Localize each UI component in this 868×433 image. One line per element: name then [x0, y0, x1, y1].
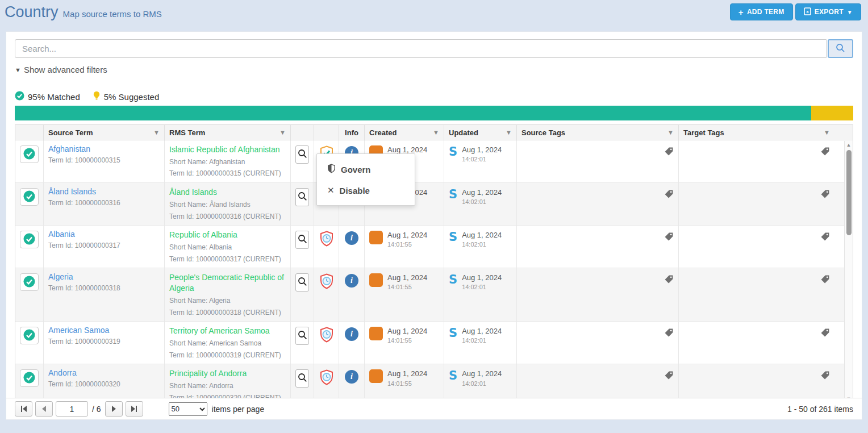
column-menu-chevron-icon[interactable]: ▼	[153, 129, 160, 136]
last-page-button[interactable]	[126, 401, 143, 417]
rms-term-link[interactable]: People's Democratic Republic of Algeria	[169, 272, 286, 294]
magnifier-icon	[298, 330, 307, 342]
rms-term-link[interactable]: Islamic Republic of Afghanistan	[169, 144, 286, 155]
check-circle-icon	[23, 148, 35, 161]
rms-term-link[interactable]: Åland Islands	[169, 187, 286, 198]
created-time: 14:01:55	[387, 241, 427, 249]
preview-button[interactable]	[295, 145, 309, 164]
column-header-ttags[interactable]: Target Tags▼	[679, 125, 834, 140]
updated-date: Aug 1, 2024	[462, 145, 502, 155]
source-term-id: Term Id: 100000000317	[48, 242, 160, 251]
target-tags-icon[interactable]	[820, 189, 830, 221]
column-header-stags[interactable]: Source Tags▼	[517, 125, 679, 140]
source-term-id: Term Id: 100000000315	[48, 156, 160, 165]
created-source-icon	[369, 369, 383, 383]
preview-button[interactable]	[295, 231, 309, 249]
source-term-link[interactable]: American Samoa	[48, 326, 109, 335]
column-header-source[interactable]: Source Term▼	[44, 125, 165, 140]
rms-term-link[interactable]: Principality of Andorra	[169, 368, 286, 379]
table-header-row: Source Term▼RMS Term▼InfoCreated▼Updated…	[15, 125, 853, 140]
target-tags-icon[interactable]	[820, 328, 830, 360]
target-tags-icon[interactable]	[820, 147, 830, 178]
row-select-button[interactable]	[20, 369, 39, 387]
created-time: 14:01:55	[387, 380, 427, 388]
match-progress-bar	[15, 106, 853, 120]
source-tags-icon[interactable]	[664, 147, 674, 178]
column-menu-chevron-icon[interactable]: ▼	[506, 129, 512, 136]
preview-button[interactable]	[295, 369, 309, 388]
column-menu-chevron-icon[interactable]: ▼	[279, 129, 286, 136]
page-title: Country	[5, 3, 59, 21]
target-tags-icon[interactable]	[820, 232, 830, 264]
row-select-button[interactable]	[20, 145, 39, 163]
scroll-up-icon[interactable]: ▲	[846, 141, 852, 149]
info-icon[interactable]: i	[345, 327, 358, 341]
preview-button[interactable]	[295, 327, 309, 345]
info-icon[interactable]: i	[345, 231, 358, 245]
column-label: Target Tags	[683, 128, 724, 137]
add-term-button[interactable]: + ADD TERM	[730, 3, 793, 20]
column-menu-chevron-icon[interactable]: ▼	[433, 129, 439, 136]
source-term-link[interactable]: Algeria	[48, 272, 73, 281]
column-header-info: Info	[339, 125, 365, 140]
table-row: Afghanistan Term Id: 100000000315 Islami…	[15, 140, 853, 183]
scrollbar-thumb[interactable]	[846, 150, 852, 235]
governance-shield-icon[interactable]	[319, 231, 334, 264]
show-advanced-filters-toggle[interactable]: ▼ Show advanced filters	[15, 65, 107, 74]
source-term-link[interactable]: Afghanistan	[48, 144, 90, 153]
search-input[interactable]	[15, 39, 827, 58]
governance-shield-icon[interactable]	[319, 273, 334, 317]
previous-page-button[interactable]	[35, 401, 53, 417]
check-circle-icon	[23, 233, 35, 247]
source-term-link[interactable]: Albania	[48, 230, 75, 239]
rms-term-link[interactable]: Territory of American Samoa	[169, 326, 286, 336]
rms-term-link[interactable]: Republic of Albania	[169, 230, 286, 240]
column-label: Info	[345, 128, 358, 137]
source-tags-icon[interactable]	[664, 274, 674, 317]
source-term-id: Term Id: 100000000320	[48, 380, 160, 389]
check-circle-icon	[23, 190, 35, 204]
page-number-input[interactable]	[56, 401, 88, 417]
updated-time: 14:02:01	[462, 156, 502, 164]
context-menu-item-govern[interactable]: Govern	[317, 159, 415, 180]
column-menu-chevron-icon[interactable]: ▼	[824, 129, 830, 136]
check-circle-icon	[23, 276, 35, 289]
export-button[interactable]: x EXPORT ▼	[795, 3, 861, 20]
created-source-icon	[369, 231, 383, 244]
row-select-button[interactable]	[20, 273, 39, 291]
source-term-link[interactable]: Åland Islands	[48, 187, 96, 196]
vertical-scrollbar[interactable]: ▲ ▼	[844, 141, 853, 403]
target-tags-icon[interactable]	[820, 274, 830, 317]
info-icon[interactable]: i	[345, 370, 358, 384]
column-menu-chevron-icon[interactable]: ▼	[667, 129, 674, 136]
table-body: Afghanistan Term Id: 100000000315 Islami…	[15, 140, 853, 403]
source-tags-icon[interactable]	[664, 232, 674, 264]
column-header-select	[15, 125, 44, 140]
info-icon[interactable]: i	[345, 274, 358, 288]
svg-text:x: x	[806, 9, 809, 14]
row-select-button[interactable]	[20, 231, 39, 248]
row-select-button[interactable]	[20, 327, 39, 344]
row-select-button[interactable]	[20, 188, 39, 206]
column-header-created[interactable]: Created▼	[365, 125, 444, 140]
governance-shield-icon[interactable]	[319, 327, 334, 360]
source-tags-icon[interactable]	[664, 189, 674, 221]
rms-short-name: Short Name: Andorra	[169, 382, 286, 391]
created-source-icon	[369, 273, 383, 287]
context-menu-item-disable[interactable]: ✕Disable	[317, 180, 415, 201]
next-page-button[interactable]	[105, 401, 123, 417]
pagination-bar: / 6 50 items per page 1 - 50 of 261 item…	[6, 398, 862, 419]
preview-button[interactable]	[295, 273, 309, 292]
column-header-updated[interactable]: Updated▼	[444, 125, 517, 140]
preview-button[interactable]	[295, 188, 309, 206]
source-tags-icon[interactable]	[664, 328, 674, 360]
shield-icon	[327, 164, 336, 175]
updated-date: Aug 1, 2024	[462, 188, 502, 197]
source-term-link[interactable]: Andorra	[48, 368, 77, 377]
page-size-select[interactable]: 50	[169, 402, 207, 416]
search-button[interactable]	[828, 39, 853, 58]
first-page-button[interactable]	[15, 401, 32, 417]
column-header-rms[interactable]: RMS Term▼	[165, 125, 291, 140]
check-circle-icon	[23, 329, 35, 343]
magnifier-icon	[298, 149, 307, 160]
